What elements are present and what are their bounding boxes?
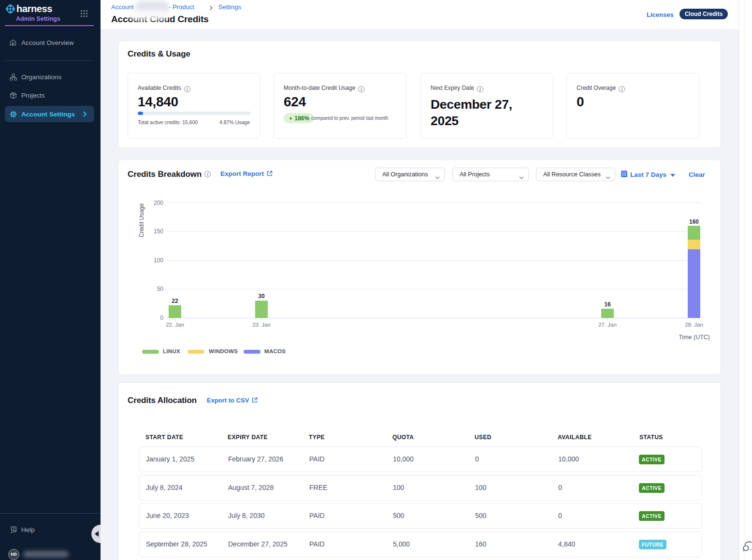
svg-text:23. Jan: 23. Jan [252, 322, 271, 328]
svg-text:0: 0 [160, 315, 163, 321]
svg-text:30: 30 [258, 293, 265, 300]
svg-text:?: ? [13, 527, 14, 530]
svg-text:16: 16 [604, 301, 611, 308]
svg-text:22. Jan: 22. Jan [166, 322, 184, 328]
svg-text:100: 100 [154, 257, 163, 264]
svg-text:28. Jan: 28. Jan [685, 322, 703, 328]
svg-text:200: 200 [154, 200, 163, 206]
svg-text:Time (UTC): Time (UTC) [679, 334, 710, 341]
svg-text:150: 150 [154, 228, 163, 235]
svg-text:160: 160 [689, 218, 699, 225]
svg-text:50: 50 [157, 286, 164, 292]
svg-text:Credit Usage: Credit Usage [138, 203, 145, 237]
svg-text:22: 22 [172, 298, 178, 304]
svg-text:27. Jan: 27. Jan [598, 322, 617, 328]
